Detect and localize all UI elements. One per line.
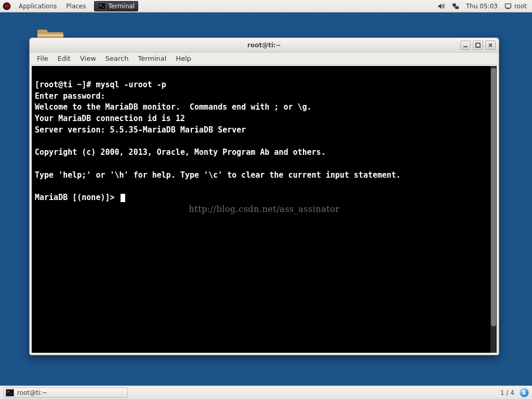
panel-terminal-launcher[interactable]: Terminal	[94, 1, 138, 11]
terminal-line: Welcome to the MariaDB monitor. Commands…	[35, 102, 312, 112]
panel-left-group: Applications Places Terminal	[2, 1, 138, 11]
svg-rect-2	[455, 6, 459, 9]
terminal-line: Server version: 5.5.35-MariaDB MariaDB S…	[35, 125, 246, 135]
panel-app-label: Terminal	[108, 3, 135, 10]
applications-menu[interactable]: Applications	[15, 1, 61, 11]
terminal-line: Enter password:	[35, 91, 110, 101]
terminal-icon	[6, 389, 14, 396]
username-label: root	[514, 3, 527, 10]
distro-logo-icon[interactable]	[2, 2, 11, 11]
terminal-window: root@ti:~ File Edit View Search Terminal…	[29, 37, 499, 355]
menu-file[interactable]: File	[33, 53, 52, 64]
network-icon[interactable]	[451, 2, 460, 10]
bottom-right-group: 1 / 4 1	[500, 388, 529, 397]
terminal-line: Copyright (c) 2000, 2013, Oracle, Monty …	[35, 148, 326, 157]
window-titlebar[interactable]: root@ti:~	[30, 38, 499, 52]
menu-edit[interactable]: Edit	[54, 53, 75, 64]
terminal-prompt: MariaDB [(none)]>	[35, 193, 119, 202]
volume-icon[interactable]	[437, 2, 445, 10]
window-title: root@ti:~	[30, 42, 499, 49]
menu-help[interactable]: Help	[171, 53, 195, 64]
places-menu[interactable]: Places	[62, 1, 90, 11]
terminal-viewport[interactable]: [root@ti ~]# mysql -uroot -p Enter passw…	[32, 66, 497, 353]
scrollbar-thumb[interactable]	[491, 68, 496, 326]
taskbar-label: root@ti:~	[17, 389, 47, 396]
user-menu[interactable]: root	[504, 2, 527, 10]
bottom-panel: root@ti:~ 1 / 4 1	[0, 385, 532, 399]
terminal-line: Your MariaDB connection id is 12	[35, 114, 185, 123]
taskbar-terminal-button[interactable]: root@ti:~	[3, 388, 128, 398]
top-panel: Applications Places Terminal Thu 05:03 r…	[0, 0, 532, 12]
workspace-indicator[interactable]: 1 / 4	[500, 389, 514, 396]
terminal-line: Type 'help;' or '\h' for help. Type '\c'…	[35, 170, 401, 180]
cursor-icon	[121, 194, 125, 202]
svg-rect-3	[506, 4, 511, 8]
menu-view[interactable]: View	[76, 53, 100, 64]
panel-right-group: Thu 05:03 root	[437, 2, 530, 10]
terminal-scrollbar[interactable]	[490, 66, 497, 353]
svg-rect-4	[37, 34, 63, 36]
notification-badge-icon[interactable]: 1	[520, 388, 529, 397]
menu-terminal[interactable]: Terminal	[134, 53, 170, 64]
clock[interactable]: Thu 05:03	[466, 3, 498, 10]
menu-search[interactable]: Search	[101, 53, 133, 64]
svg-rect-1	[453, 3, 456, 6]
terminal-line: [root@ti ~]# mysql -uroot -p	[35, 80, 166, 89]
window-menubar: File Edit View Search Terminal Help	[30, 52, 499, 65]
watermark-text: http://blog.csdn.net/ass_assinator	[32, 203, 497, 215]
terminal-icon	[98, 3, 106, 10]
